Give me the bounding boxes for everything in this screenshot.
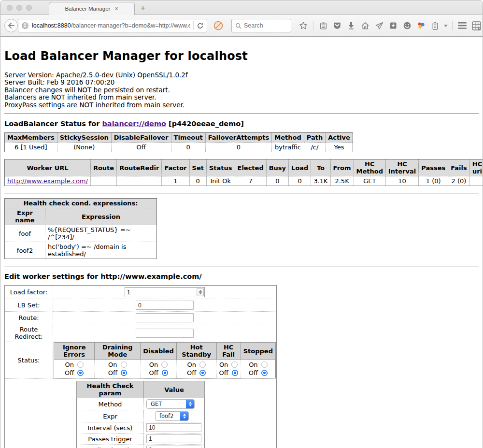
ignore-errors-off-radio[interactable] xyxy=(77,370,84,376)
cell-expr-name: foof2 xyxy=(5,242,45,259)
route-input[interactable] xyxy=(136,313,194,322)
url-bar[interactable]: localhost:8880/balancer-manager?b=demo&w… xyxy=(18,19,207,32)
close-window-button[interactable] xyxy=(7,5,13,11)
load-factor-input[interactable] xyxy=(125,289,197,296)
hot-standby-off-radio[interactable] xyxy=(199,370,206,376)
load-factor-field[interactable] xyxy=(125,287,205,297)
hc-expr-select[interactable]: foof2 xyxy=(155,411,189,421)
stopped-options: On Off xyxy=(241,360,275,378)
extension-color-dots-icon[interactable] xyxy=(416,20,426,31)
menu-hamburger-icon[interactable] xyxy=(457,20,468,31)
tab-balancer-manager[interactable]: Balancer Manager ✕ xyxy=(49,2,135,15)
on-label: On xyxy=(65,361,73,369)
disabled-on-radio[interactable] xyxy=(161,361,168,368)
col-path: Path xyxy=(304,133,325,143)
number-stepper-icon[interactable] xyxy=(197,288,204,296)
col-hc-fail: HC Fail xyxy=(216,343,241,360)
cell-load: 0 xyxy=(289,176,311,186)
route-redirect-input[interactable] xyxy=(136,329,194,338)
table-header-row: Expr name Expression xyxy=(5,208,157,225)
col-fails: Fails xyxy=(448,159,470,176)
content-blocker-icon[interactable] xyxy=(213,20,224,31)
status-radio-row: On Off On Off On Off xyxy=(54,360,276,378)
col-draining-mode: Draining Mode xyxy=(95,343,141,360)
minimize-window-button[interactable] xyxy=(16,5,22,11)
hc-interval-label: Interval (secs) xyxy=(77,422,144,434)
save-page-icon[interactable] xyxy=(388,20,398,31)
draining-mode-on-radio[interactable] xyxy=(121,361,127,368)
hc-passes-input[interactable] xyxy=(146,434,201,443)
table-header-row: MaxMembers StickySession DisableFailover… xyxy=(5,133,353,143)
hc-interval-input[interactable] xyxy=(146,423,201,432)
notes-battery-icon[interactable] xyxy=(430,20,440,31)
status-options-table: Ignore Errors Draining Mode Disabled Hot… xyxy=(54,342,276,378)
chevron-down-icon[interactable] xyxy=(444,25,448,27)
divider xyxy=(4,193,479,194)
lb-set-input[interactable] xyxy=(136,301,194,310)
page-content: Load Balancer Manager for localhost Serv… xyxy=(0,49,483,448)
url-text[interactable]: localhost:8880/balancer-manager?b=demo&w… xyxy=(32,22,190,29)
back-button[interactable] xyxy=(4,19,18,32)
col-stopped: Stopped xyxy=(241,343,275,360)
hc-fails-input[interactable] xyxy=(146,446,201,448)
hc-fail-on-radio[interactable] xyxy=(231,361,238,368)
toolbar-icons xyxy=(298,20,482,31)
hc-method-label: Method xyxy=(77,398,144,410)
zoom-window-button[interactable] xyxy=(26,5,32,11)
search-input[interactable] xyxy=(244,22,287,29)
reload-icon[interactable] xyxy=(197,22,204,29)
col-routeredir: RouteRedir xyxy=(117,159,162,176)
draining-mode-off-radio[interactable] xyxy=(121,370,127,376)
server-built: Server Built: Feb 9 2016 07:00:20 xyxy=(4,79,479,86)
col-hc-method: HC Method xyxy=(354,159,385,176)
on-label: On xyxy=(149,361,158,369)
on-label: On xyxy=(219,361,228,369)
search-bar[interactable] xyxy=(231,19,291,32)
select-arrows-icon xyxy=(186,399,194,409)
col-disablefailover: DisableFailover xyxy=(111,133,171,143)
stopped-on-radio[interactable] xyxy=(261,361,268,368)
worker-status-table: Worker URL Route RouteRedir Factor Set S… xyxy=(4,159,483,186)
hc-fail-off-radio[interactable] xyxy=(232,370,238,376)
status-header-row: Ignore Errors Draining Mode Disabled Hot… xyxy=(54,343,276,360)
hc-method-select[interactable]: GET xyxy=(146,399,195,409)
downloads-icon[interactable] xyxy=(346,20,356,31)
bookmark-star-icon[interactable] xyxy=(298,20,309,31)
window-controls[interactable] xyxy=(7,5,32,11)
col-method: Method xyxy=(272,133,304,143)
off-label: Off xyxy=(187,369,196,377)
urlbar-divider xyxy=(193,21,194,30)
col-hc-param: Health Check param xyxy=(77,381,144,398)
hot-standby-on-radio[interactable] xyxy=(199,361,206,368)
col-route: Route xyxy=(90,159,116,176)
col-timeout: Timeout xyxy=(171,133,205,143)
hc-passes-label: Passes trigger xyxy=(77,434,144,445)
balancer-demo-link[interactable]: balancer://demo xyxy=(102,120,166,128)
cell-elected: 7 xyxy=(235,176,266,186)
server-info: Server Version: Apache/2.5.0-dev (Unix) … xyxy=(4,72,479,109)
tab-groups-grid-icon[interactable] xyxy=(471,20,482,31)
cell-set: 0 xyxy=(189,176,206,186)
new-tab-button[interactable]: + xyxy=(141,3,145,13)
share-plane-icon[interactable] xyxy=(374,20,384,31)
cell-maxmembers: 6 [1 Used] xyxy=(5,143,57,152)
cell-busy: 0 xyxy=(266,176,288,186)
stopped-off-radio[interactable] xyxy=(261,370,268,376)
pocket-icon[interactable] xyxy=(332,20,342,31)
tab-close-icon[interactable]: ✕ xyxy=(114,6,118,12)
col-hc-interval: HC Interval xyxy=(385,159,418,176)
reading-list-icon[interactable] xyxy=(318,20,328,31)
health-check-row: Health Check param Value Method GET xyxy=(5,379,277,448)
table-header-row: Worker URL Route RouteRedir Factor Set S… xyxy=(5,159,483,176)
home-icon[interactable] xyxy=(360,20,370,31)
hc-expr-selected-value: foof2 xyxy=(156,413,178,419)
off-label: Off xyxy=(149,369,158,377)
hc-header-row: Health Check param Value xyxy=(77,381,205,398)
disabled-off-radio[interactable] xyxy=(162,370,168,376)
off-label: Off xyxy=(249,369,258,377)
ignore-errors-on-radio[interactable] xyxy=(77,361,84,368)
feedback-smiley-icon[interactable] xyxy=(402,20,412,31)
cell-active: Yes xyxy=(326,143,353,152)
worker-url-link[interactable]: http://www.example.com/ xyxy=(7,177,88,185)
load-factor-label: Load factor: xyxy=(5,286,53,299)
